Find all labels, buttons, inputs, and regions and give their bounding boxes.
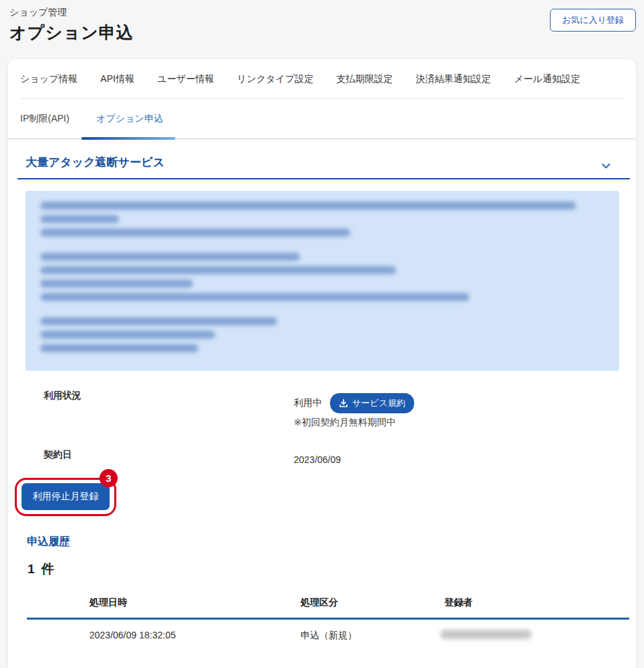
section-title: 大量アタック遮断サービス — [26, 155, 165, 170]
history-count-unit: 件 — [42, 562, 54, 576]
column-header-processed-at: 処理日時 — [89, 597, 127, 609]
redacted-text-line — [40, 228, 350, 237]
tab-api-info[interactable]: API情報 — [100, 73, 134, 85]
active-tab-underline — [81, 137, 175, 140]
redacted-text-line — [40, 280, 193, 288]
page-title: オプション申込 — [9, 22, 636, 44]
redacted-text-line — [40, 253, 300, 261]
service-terms-button-label: サービス規約 — [352, 397, 405, 409]
section-divider — [17, 178, 630, 179]
history-count-number: 1 — [28, 562, 35, 576]
tab-option-application-label: オプション申込 — [96, 113, 163, 124]
usage-status-value: 利用中 — [294, 397, 322, 409]
redacted-text-line — [40, 317, 277, 325]
table-row-processed-at: 2023/06/09 18:32:05 — [89, 630, 175, 640]
tab-ip-restriction-api[interactable]: IP制限(API) — [20, 113, 69, 125]
redacted-text-line — [40, 202, 576, 210]
download-icon — [339, 399, 348, 408]
application-history-title: 申込履歴 — [27, 535, 70, 549]
chevron-down-icon[interactable] — [602, 160, 610, 172]
usage-status-value-row: 利用中 サービス規約 — [294, 393, 414, 413]
secondary-tab-bar: IP制限(API) オプション申込 — [8, 99, 636, 139]
tab-link-type-settings[interactable]: リンクタイプ設定 — [237, 73, 314, 85]
contract-date-value: 2023/06/09 — [294, 454, 341, 465]
redacted-registrant-value — [440, 630, 532, 639]
table-row-process-type: 申込（新規） — [300, 630, 357, 642]
primary-tab-bar: ショップ情報 API情報 ユーザー情報 リンクタイプ設定 支払期限設定 決済結果… — [8, 59, 636, 99]
usage-status-label: 利用状況 — [44, 390, 81, 402]
breadcrumb: ショップ管理 — [9, 7, 636, 19]
content-card: ショップ情報 API情報 ユーザー情報 リンクタイプ設定 支払期限設定 決済結果… — [8, 59, 636, 668]
suspend-month-register-button[interactable]: 利用停止月登録 — [22, 483, 110, 510]
redacted-text-line — [40, 331, 215, 339]
column-header-registrant: 登録者 — [444, 597, 473, 609]
tab-option-application[interactable]: オプション申込 — [96, 113, 163, 125]
annotation-step-badge: 3 — [99, 469, 118, 487]
free-period-note: ※初回契約月無料期間中 — [294, 417, 396, 429]
page-header: ショップ管理 オプション申込 お気に入り登録 — [9, 7, 636, 44]
redacted-text-line — [40, 293, 469, 301]
column-header-process-type: 処理区分 — [300, 597, 338, 609]
table-header-rule — [27, 618, 629, 620]
favorite-register-button[interactable]: お気に入り登録 — [550, 9, 636, 32]
tab-payment-result-notification-settings[interactable]: 決済結果通知設定 — [416, 73, 491, 85]
contract-date-label: 契約日 — [44, 449, 72, 461]
redacted-text-line — [40, 344, 198, 352]
tab-shop-info[interactable]: ショップ情報 — [20, 73, 77, 85]
redacted-text-line — [40, 215, 119, 223]
history-count: 1件 — [28, 560, 54, 578]
service-terms-button[interactable]: サービス規約 — [330, 393, 414, 413]
tab-user-info[interactable]: ユーザー情報 — [157, 73, 214, 85]
tab-payment-deadline-settings[interactable]: 支払期限設定 — [337, 73, 393, 85]
redacted-text-line — [40, 266, 396, 274]
tab-mail-notification-settings[interactable]: メール通知設定 — [514, 73, 581, 85]
service-description-box — [26, 191, 619, 371]
